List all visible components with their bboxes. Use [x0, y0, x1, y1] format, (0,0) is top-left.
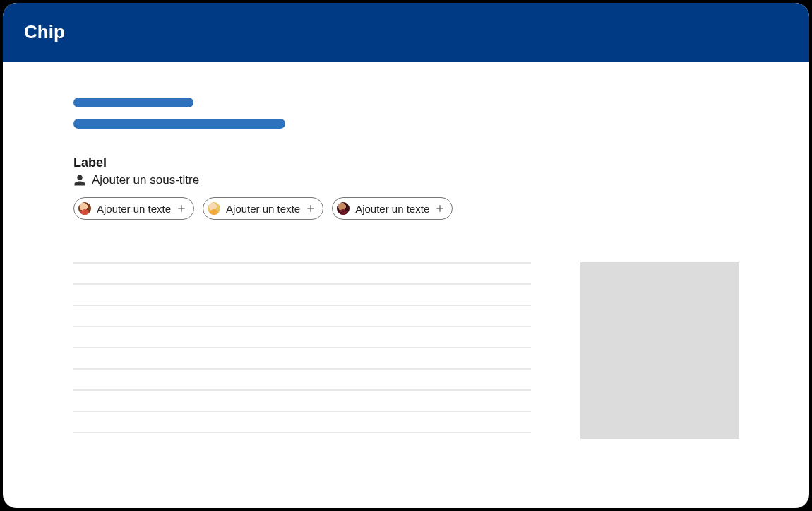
window-frame: Chip Label Ajouter un sous-titre Ajouter… — [0, 0, 812, 511]
skeleton-line — [73, 368, 531, 370]
chip-add-text-3[interactable]: Ajouter un texte — [332, 197, 453, 220]
subtitle-text: Ajouter un sous-titre — [92, 173, 199, 187]
skeleton-heading — [73, 98, 739, 129]
chip-add-text-2[interactable]: Ajouter un texte — [203, 197, 323, 220]
main-content: Label Ajouter un sous-titre Ajouter un t… — [3, 62, 809, 453]
header-bar: Chip — [3, 3, 809, 62]
skeleton-line — [73, 389, 531, 391]
plus-icon — [306, 204, 316, 213]
skeleton-line — [73, 262, 531, 264]
skeleton-line-2 — [73, 119, 285, 129]
person-icon — [73, 174, 86, 187]
avatar-icon — [78, 202, 91, 215]
avatar-icon — [337, 202, 350, 215]
skeleton-line — [73, 432, 531, 433]
page-title: Chip — [24, 21, 65, 43]
skeleton-line — [73, 326, 531, 327]
chip-label: Ajouter un texte — [97, 204, 171, 214]
chips-row: Ajouter un texte Ajouter un texte Ajoute… — [73, 197, 739, 220]
skeleton-line — [73, 305, 531, 306]
chip-label: Ajouter un texte — [226, 204, 300, 214]
subtitle-row[interactable]: Ajouter un sous-titre — [73, 173, 739, 187]
lower-section — [73, 262, 739, 453]
chip-add-text-1[interactable]: Ajouter un texte — [73, 197, 194, 220]
skeleton-line — [73, 411, 531, 412]
chip-label: Ajouter un texte — [355, 204, 429, 214]
plus-icon — [177, 204, 186, 213]
field-label: Label — [73, 155, 739, 170]
skeleton-lines — [73, 262, 531, 453]
image-placeholder — [580, 262, 739, 439]
skeleton-line — [73, 283, 531, 285]
avatar-icon — [208, 202, 220, 215]
plus-icon — [435, 204, 445, 213]
label-block: Label Ajouter un sous-titre — [73, 155, 739, 187]
skeleton-line-1 — [73, 98, 193, 107]
skeleton-line — [73, 347, 531, 348]
